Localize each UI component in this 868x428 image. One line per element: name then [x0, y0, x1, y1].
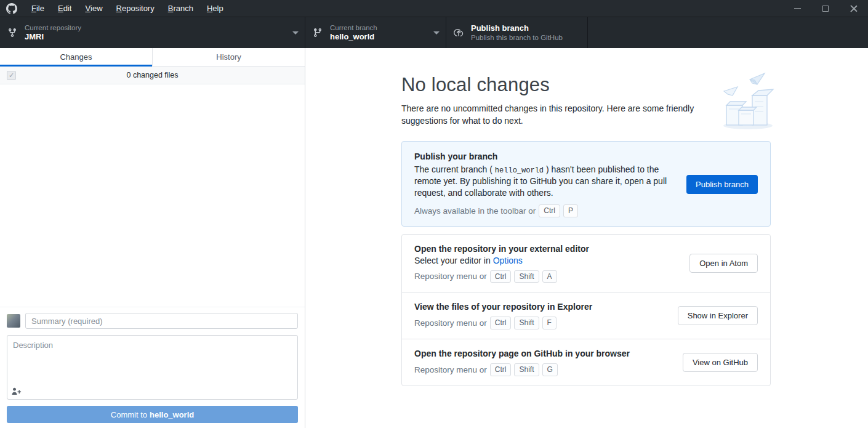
- changed-files-header: ✓ 0 changed files: [0, 67, 305, 84]
- publish-branch-toolbar-button[interactable]: Publish branch Publish this branch to Gi…: [446, 17, 588, 48]
- kbd-shift: Shift: [514, 270, 539, 283]
- window-controls: [783, 0, 868, 17]
- menu-file-accel: F: [31, 4, 36, 13]
- suggestion-shortcut-line: Repository menu or Ctrl Shift G: [414, 363, 683, 376]
- minimize-button[interactable]: [783, 0, 811, 17]
- sidebar: Changes History ✓ 0 changed files Commit…: [0, 48, 305, 428]
- publish-card-body-before: The current branch (: [414, 164, 492, 174]
- suggestion-text: View the files of your repository in Exp…: [414, 302, 678, 329]
- maximize-button[interactable]: [811, 0, 840, 17]
- menu-edit-accel: E: [58, 4, 63, 13]
- current-branch-label: Current branch: [330, 23, 377, 32]
- kbd-ctrl: Ctrl: [490, 270, 512, 283]
- menu-repository-accel: R: [116, 4, 122, 13]
- avatar: [7, 314, 20, 328]
- current-branch-dropdown[interactable]: Current branch hello_world: [305, 17, 446, 48]
- suggestion-title: Open the repository in your external edi…: [414, 244, 689, 254]
- git-branch-icon: [313, 28, 323, 38]
- suggestion-text: Open the repository page on GitHub in yo…: [414, 349, 683, 376]
- sidebar-tabs: Changes History: [0, 48, 305, 67]
- kbd-p: P: [563, 204, 578, 217]
- publish-card-title: Publish your branch: [414, 151, 686, 161]
- menu-edit-rest: dit: [63, 4, 72, 13]
- repo-forked-icon: [7, 28, 17, 38]
- view-on-github-button[interactable]: View on GitHub: [683, 353, 758, 372]
- kbd-ctrl: Ctrl: [539, 204, 560, 217]
- commit-summary-input[interactable]: [25, 313, 298, 329]
- commit-button-branch: hello_world: [150, 410, 194, 419]
- menu-repository[interactable]: Repository: [110, 0, 161, 17]
- options-link[interactable]: Options: [493, 256, 523, 265]
- toolbar: Current repository JMRI Current branch h…: [0, 17, 868, 48]
- menu-edit[interactable]: Edit: [51, 0, 78, 17]
- add-coauthor-icon[interactable]: [12, 387, 22, 395]
- close-icon: [850, 5, 858, 12]
- close-button[interactable]: [840, 0, 868, 17]
- commit-button-prefix: Commit to: [111, 410, 147, 419]
- menu-file[interactable]: File: [25, 0, 51, 17]
- suggestion-shortcut-line: Repository menu or Ctrl Shift F: [414, 317, 678, 329]
- publish-shortcut-prefix: Always available in the toolbar or: [414, 206, 536, 216]
- show-in-explorer-button[interactable]: Show in Explorer: [678, 306, 758, 325]
- commit-button[interactable]: Commit to hello_world: [7, 406, 298, 423]
- current-repository-text: Current repository JMRI: [25, 23, 81, 42]
- suggestion-external-editor: Open the repository in your external edi…: [402, 235, 770, 293]
- menu-branch-accel: B: [168, 4, 174, 13]
- tab-changes[interactable]: Changes: [0, 48, 152, 66]
- publish-card-text: Publish your branch The current branch (…: [414, 151, 686, 217]
- publish-shortcut-line: Always available in the toolbar or Ctrl …: [414, 204, 686, 217]
- publish-branch-text: Publish branch Publish this branch to Gi…: [471, 23, 563, 42]
- paper-stack-illustration: [720, 71, 777, 133]
- kbd-g: G: [542, 363, 558, 376]
- kbd-ctrl: Ctrl: [490, 363, 512, 376]
- menu-help-accel: H: [207, 4, 212, 13]
- commit-form: Commit to hello_world: [0, 307, 305, 428]
- publish-branch-subtitle: Publish this branch to GitHub: [471, 33, 563, 42]
- current-branch-text: Current branch hello_world: [330, 23, 377, 42]
- commit-description-input[interactable]: [7, 335, 298, 400]
- publish-branch-button[interactable]: Publish branch: [686, 175, 758, 194]
- menu-repository-rest: epository: [122, 4, 155, 13]
- hero: No local changes There are no uncommitte…: [401, 74, 771, 127]
- publish-card-body: The current branch (hello_world) hasn't …: [414, 164, 686, 200]
- changes-list-empty: [0, 84, 305, 307]
- menu-help[interactable]: Help: [200, 0, 230, 17]
- suggestion-title: View the files of your repository in Exp…: [414, 302, 678, 312]
- suggestion-show-in-explorer: View the files of your repository in Exp…: [402, 292, 770, 339]
- current-repository-dropdown[interactable]: Current repository JMRI: [0, 17, 305, 48]
- menu-view[interactable]: View: [78, 0, 109, 17]
- publish-branch-card: Publish your branch The current branch (…: [401, 141, 771, 227]
- current-repository-value: JMRI: [25, 32, 81, 42]
- github-logo-icon: [6, 3, 17, 14]
- suggestion-view-on-github: Open the repository page on GitHub in yo…: [402, 339, 770, 386]
- select-editor-prefix: Select your editor in: [414, 256, 493, 265]
- publish-branch-title: Publish branch: [471, 23, 563, 33]
- open-in-atom-button[interactable]: Open in Atom: [689, 254, 758, 273]
- commit-description-wrap: [7, 335, 298, 400]
- suggestion-text: Open the repository in your external edi…: [414, 244, 689, 283]
- menubar: File Edit View Repository Branch Help: [25, 0, 230, 17]
- titlebar: File Edit View Repository Branch Help: [0, 0, 868, 17]
- suggestion-shortcut-prefix: Repository menu or: [414, 318, 487, 328]
- menu-file-rest: ile: [36, 4, 44, 13]
- minimize-icon: [794, 8, 801, 9]
- upload-icon: [454, 28, 464, 38]
- select-editor-line: Select your editor in Options: [414, 256, 689, 265]
- tab-history[interactable]: History: [152, 48, 305, 66]
- select-all-checkbox[interactable]: ✓: [7, 71, 16, 80]
- maximize-icon: [822, 6, 829, 12]
- menu-branch[interactable]: Branch: [161, 0, 200, 17]
- kbd-shift: Shift: [514, 317, 539, 329]
- current-branch-value: hello_world: [330, 32, 377, 42]
- kbd-shift: Shift: [514, 363, 539, 376]
- menu-view-rest: iew: [90, 4, 103, 13]
- menu-branch-rest: ranch: [173, 4, 193, 13]
- menu-help-rest: elp: [212, 4, 223, 13]
- suggestion-shortcut-prefix: Repository menu or: [414, 365, 487, 374]
- content: Changes History ✓ 0 changed files Commit…: [0, 48, 868, 428]
- suggestion-shortcut-prefix: Repository menu or: [414, 272, 487, 281]
- kbd-a: A: [542, 270, 557, 283]
- commit-summary-row: [7, 313, 298, 329]
- page-title: No local changes: [401, 74, 771, 96]
- changed-files-count: 0 changed files: [126, 71, 178, 79]
